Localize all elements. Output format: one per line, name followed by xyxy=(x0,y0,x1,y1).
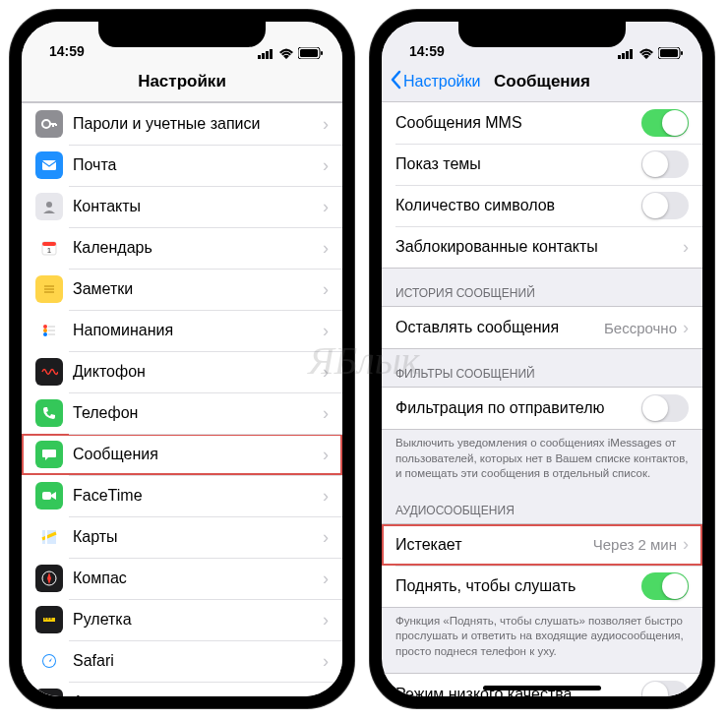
settings-row-voicememos[interactable]: Диктофон› xyxy=(22,351,342,392)
calendar-icon: 1 xyxy=(35,234,63,262)
chevron-right-icon: › xyxy=(683,237,689,258)
safari-icon xyxy=(35,647,63,675)
stocks-icon xyxy=(35,689,63,696)
cellular-icon xyxy=(258,48,274,59)
svg-point-18 xyxy=(43,332,47,336)
toggle-switch[interactable] xyxy=(641,192,689,219)
chevron-right-icon: › xyxy=(323,321,329,341)
section-header-history: ИСТОРИЯ СООБЩЕНИЙ xyxy=(382,269,702,306)
svg-rect-35 xyxy=(618,55,621,59)
svg-rect-2 xyxy=(266,51,269,59)
settings-row-phone[interactable]: Телефон› xyxy=(22,392,342,434)
messages-icon xyxy=(35,441,63,468)
chevron-right-icon: › xyxy=(683,318,689,338)
settings-row-stocks[interactable]: Акции› xyxy=(22,682,342,696)
back-label: Настройки xyxy=(403,73,480,90)
row-blocked[interactable]: Заблокированные контакты› xyxy=(382,226,702,268)
settings-row-contacts[interactable]: Контакты› xyxy=(22,186,342,227)
row-label: Сообщения xyxy=(73,446,323,463)
chevron-right-icon: › xyxy=(323,527,329,548)
row-label: Рулетка xyxy=(73,611,323,629)
row-charcount[interactable]: Количество символов xyxy=(382,185,702,226)
svg-point-7 xyxy=(42,120,50,128)
section-header-audio: АУДИОСООБЩЕНИЯ xyxy=(382,486,702,523)
battery-icon xyxy=(298,47,323,59)
settings-row-messages[interactable]: Сообщения› xyxy=(22,434,342,475)
settings-row-calendar[interactable]: 1Календарь› xyxy=(22,227,342,269)
chevron-right-icon: › xyxy=(323,445,329,465)
settings-row-maps[interactable]: Карты› xyxy=(22,516,342,558)
mail-icon xyxy=(35,151,63,179)
row-label: Акции xyxy=(73,693,323,696)
settings-row-passwords[interactable]: Пароли и учетные записи› xyxy=(22,103,342,145)
row-label: Карты xyxy=(73,528,323,546)
settings-row-facetime[interactable]: FaceTime› xyxy=(22,475,342,516)
battery-icon xyxy=(658,47,683,59)
notch xyxy=(458,20,626,47)
row-label: Поднять, чтобы слушать xyxy=(395,577,641,595)
chevron-right-icon: › xyxy=(323,197,329,217)
row-keep-messages[interactable]: Оставлять сообщенияБессрочно› xyxy=(382,307,702,348)
nav-bar: Настройки Сообщения xyxy=(382,61,702,102)
svg-point-17 xyxy=(43,329,47,332)
messages-settings[interactable]: Сообщения MMSПоказ темыКоличество символ… xyxy=(382,102,702,696)
toggle-switch[interactable] xyxy=(641,681,689,696)
phone-icon xyxy=(35,399,63,427)
row-label: Safari xyxy=(73,652,323,670)
cellular-icon xyxy=(618,48,635,59)
row-label: Оставлять сообщения xyxy=(395,319,604,336)
section-header-filter: ФИЛЬТРЫ СООБЩЕНИЙ xyxy=(382,349,702,387)
toggle-switch[interactable] xyxy=(641,109,689,137)
passwords-icon xyxy=(35,110,63,138)
toggle-switch[interactable] xyxy=(641,572,689,600)
svg-rect-0 xyxy=(258,55,261,59)
chevron-right-icon: › xyxy=(683,534,689,555)
svg-rect-22 xyxy=(42,492,51,500)
row-label: FaceTime xyxy=(73,487,323,505)
chevron-right-icon: › xyxy=(323,279,329,300)
settings-row-reminders[interactable]: Напоминания› xyxy=(22,310,342,351)
wifi-icon xyxy=(278,48,294,59)
row-subject[interactable]: Показ темы xyxy=(382,144,702,185)
status-time: 14:59 xyxy=(409,43,445,59)
row-label: Заблокированные контакты xyxy=(395,238,683,256)
row-mms[interactable]: Сообщения MMS xyxy=(382,102,702,144)
left-screen: 14:59 Настройки Пароли и учетные записи›… xyxy=(22,22,342,696)
svg-rect-6 xyxy=(321,51,323,55)
chevron-right-icon: › xyxy=(323,238,329,259)
settings-row-measure[interactable]: Рулетка› xyxy=(22,599,342,640)
settings-list[interactable]: Пароли и учетные записи›Почта›Контакты›1… xyxy=(22,102,342,696)
row-label: Количество символов xyxy=(395,197,641,214)
row-label: Диктофон xyxy=(73,363,323,381)
row-label: Сообщения MMS xyxy=(395,114,641,132)
row-filter-sender[interactable]: Фильтрация по отправителю xyxy=(382,388,702,429)
row-raise[interactable]: Поднять, чтобы слушать xyxy=(382,566,702,607)
row-expire[interactable]: ИстекаетЧерез 2 мин› xyxy=(382,524,702,566)
row-value: Через 2 мин xyxy=(593,536,677,553)
svg-rect-5 xyxy=(300,49,318,57)
svg-rect-3 xyxy=(270,49,273,59)
svg-point-16 xyxy=(43,325,47,329)
toggle-switch[interactable] xyxy=(641,394,689,422)
svg-rect-37 xyxy=(626,51,629,59)
compass-icon xyxy=(35,565,63,592)
back-button[interactable]: Настройки xyxy=(390,70,480,93)
chevron-right-icon: › xyxy=(323,610,329,630)
chevron-right-icon: › xyxy=(323,155,329,176)
row-label: Почта xyxy=(73,156,323,174)
wifi-icon xyxy=(638,48,654,59)
nav-bar: Настройки xyxy=(22,61,342,102)
svg-rect-41 xyxy=(681,51,683,55)
settings-row-notes[interactable]: Заметки› xyxy=(22,269,342,310)
settings-row-safari[interactable]: Safari› xyxy=(22,640,342,682)
status-time: 14:59 xyxy=(49,43,85,59)
svg-rect-8 xyxy=(42,160,56,170)
row-value: Бессрочно xyxy=(604,320,677,336)
home-indicator[interactable] xyxy=(483,686,601,690)
toggle-switch[interactable] xyxy=(641,150,689,178)
settings-row-mail[interactable]: Почта› xyxy=(22,145,342,186)
settings-row-compass[interactable]: Компас› xyxy=(22,558,342,599)
contacts-icon xyxy=(35,193,63,220)
reminders-icon xyxy=(35,317,63,344)
status-right xyxy=(258,47,323,59)
